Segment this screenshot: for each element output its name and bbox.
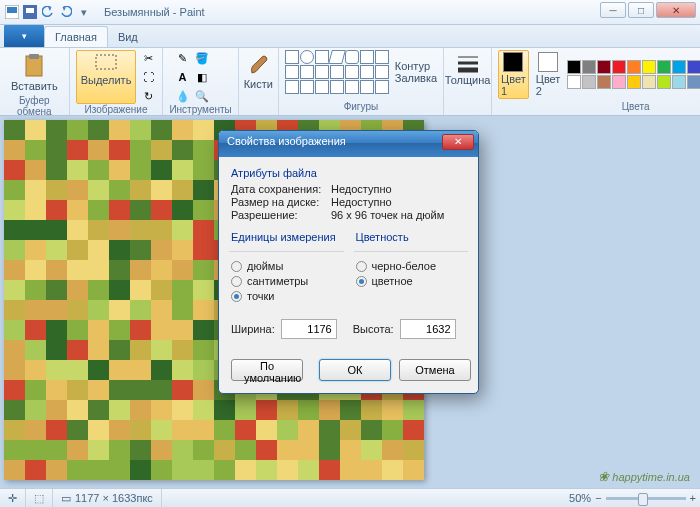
shape-outline[interactable]: Контур (395, 60, 437, 72)
svg-rect-3 (26, 8, 34, 13)
crop-icon[interactable]: ✂ (140, 50, 156, 66)
text-icon[interactable]: A (175, 69, 191, 85)
status-bar: ✛ ⬚ ▭1177 × 1633пкс 50% − + (0, 488, 700, 507)
radio-inches[interactable]: дюймы (231, 260, 342, 272)
tab-view[interactable]: Вид (108, 27, 148, 47)
brush-icon (248, 53, 268, 77)
shape-fill[interactable]: Заливка (395, 72, 437, 84)
tab-home[interactable]: Главная (44, 26, 108, 47)
svg-rect-6 (96, 55, 116, 69)
color-swatch[interactable] (672, 75, 686, 89)
zoom-out-button[interactable]: − (595, 492, 601, 504)
cancel-button[interactable]: Отмена (399, 359, 471, 381)
color-swatch[interactable] (657, 60, 671, 74)
fill-icon[interactable]: 🪣 (194, 50, 210, 66)
color-swatch[interactable] (687, 75, 700, 89)
file-menu-button[interactable]: ▾ (4, 24, 44, 47)
width-input[interactable] (281, 319, 337, 339)
pencil-icon[interactable]: ✎ (175, 50, 191, 66)
image-properties-dialog: Свойства изображения ✕ Атрибуты файла Да… (218, 130, 479, 394)
group-colors: Цвет 1 Цвет 2 Изменение цветов Цвета (492, 48, 700, 115)
brushes-button[interactable]: Кисти (239, 50, 278, 93)
group-brushes: Кисти (239, 48, 279, 115)
height-label: Высота: (353, 323, 394, 335)
color-swatch[interactable] (642, 75, 656, 89)
radio-bw[interactable]: черно-белое (356, 260, 467, 272)
watermark: ❀ happytime.in.ua (598, 469, 690, 485)
title-bar: ▾ Безымянный - Paint ─ □ ✕ (0, 0, 700, 25)
select-button[interactable]: Выделить (76, 50, 137, 104)
default-button[interactable]: По умолчанию (231, 359, 303, 381)
color-swatch[interactable] (642, 60, 656, 74)
maximize-button[interactable]: □ (628, 2, 654, 18)
group-shapes: Контур Заливка Фигуры (279, 48, 444, 115)
width-label: Ширина: (231, 323, 275, 335)
eraser-icon[interactable]: ◧ (194, 69, 210, 85)
height-input[interactable] (400, 319, 456, 339)
dims-icon: ▭ (61, 492, 71, 505)
group-clipboard: Вставить Буфер обмена (0, 48, 70, 115)
color2-button[interactable]: Цвет 2 (533, 50, 564, 99)
resize-icon[interactable]: ⛶ (140, 69, 156, 85)
units-heading: Единицы измерения (231, 231, 342, 243)
radio-cm[interactable]: сантиметры (231, 275, 342, 287)
zoom-level: 50% (569, 492, 591, 504)
ribbon-tabs: ▾ Главная Вид (0, 25, 700, 48)
shapes-gallery[interactable] (285, 50, 389, 94)
save-icon[interactable] (22, 4, 38, 20)
dialog-title-bar[interactable]: Свойства изображения ✕ (219, 131, 478, 157)
quick-access-toolbar: ▾ (0, 2, 96, 22)
radio-color[interactable]: цветное (356, 275, 467, 287)
crosshair-icon: ✛ (8, 492, 17, 505)
window-title: Безымянный - Paint (104, 6, 205, 18)
select-icon (94, 53, 118, 73)
group-tools: ✎ 🪣 A ◧ 💧 🔍 Инструменты (163, 48, 238, 115)
svg-rect-1 (7, 7, 17, 13)
color-swatch[interactable] (597, 60, 611, 74)
selection-size: ⬚ (26, 489, 53, 507)
color-swatch[interactable] (567, 75, 581, 89)
paint-app-icon[interactable] (4, 4, 20, 20)
undo-icon[interactable] (40, 4, 56, 20)
color-palette[interactable] (567, 60, 700, 89)
thickness-button[interactable]: Толщина (440, 50, 496, 89)
close-button[interactable]: ✕ (656, 2, 696, 18)
zoom-slider[interactable] (606, 497, 686, 500)
dialog-close-button[interactable]: ✕ (442, 134, 474, 150)
color-swatch[interactable] (612, 75, 626, 89)
thickness-icon (456, 53, 480, 73)
color-swatch[interactable] (657, 75, 671, 89)
minimize-button[interactable]: ─ (600, 2, 626, 18)
color-swatch[interactable] (597, 75, 611, 89)
color-swatch[interactable] (612, 60, 626, 74)
file-attrs-heading: Атрибуты файла (231, 167, 466, 179)
cursor-pos: ✛ (0, 489, 26, 507)
radio-pixels[interactable]: точки (231, 290, 342, 302)
svg-rect-5 (29, 54, 39, 59)
picker-icon[interactable]: 💧 (175, 88, 191, 104)
color-swatch[interactable] (567, 60, 581, 74)
zoom-in-button[interactable]: + (690, 492, 696, 504)
color-swatch[interactable] (672, 60, 686, 74)
paste-button[interactable]: Вставить (6, 50, 63, 95)
color-swatch[interactable] (582, 75, 596, 89)
group-image: Выделить ✂ ⛶ ↻ Изображение (70, 48, 164, 115)
selection-icon: ⬚ (34, 492, 44, 505)
ribbon: Вставить Буфер обмена Выделить ✂ ⛶ ↻ Изо… (0, 48, 700, 116)
color1-button[interactable]: Цвет 1 (498, 50, 529, 99)
color-swatch[interactable] (687, 60, 700, 74)
image-dims: ▭1177 × 1633пкс (53, 489, 162, 507)
color-swatch[interactable] (582, 60, 596, 74)
qat-dropdown-icon[interactable]: ▾ (76, 4, 92, 20)
color-swatch[interactable] (627, 75, 641, 89)
color-swatch[interactable] (627, 60, 641, 74)
zoom-icon[interactable]: 🔍 (194, 88, 210, 104)
clipboard-icon (23, 53, 45, 79)
redo-icon[interactable] (58, 4, 74, 20)
rotate-icon[interactable]: ↻ (140, 88, 156, 104)
ok-button[interactable]: ОК (319, 359, 391, 381)
group-thickness: Толщина (444, 48, 492, 115)
color-heading: Цветность (356, 231, 467, 243)
